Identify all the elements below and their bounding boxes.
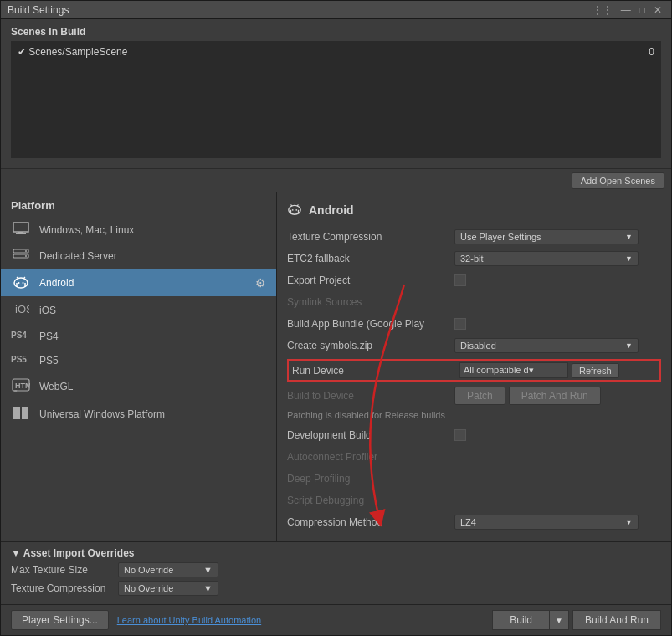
sidebar-item-windows[interactable]: Windows, Mac, Linux (1, 217, 276, 243)
sidebar-item-android[interactable]: Android ⚙ (1, 269, 276, 296)
close-button[interactable]: ✕ (651, 4, 664, 16)
build-buttons: Build ▼ Build And Run (492, 610, 661, 630)
sidebar-item-ps5[interactable]: PS5 PS5 (1, 348, 276, 372)
dropdown-arrow-2: ▼ (625, 254, 633, 263)
max-texture-size-dropdown[interactable]: No Override ▼ (118, 562, 218, 577)
svg-point-6 (25, 255, 27, 257)
build-dropdown-arrow[interactable]: ▼ (550, 610, 569, 630)
svg-rect-22 (13, 413, 20, 419)
maximize-button[interactable]: □ (637, 4, 648, 16)
sidebar-item-label-ios: iOS (39, 305, 266, 316)
compression-method-label: Compression Method (287, 516, 454, 528)
etc2-fallback-dropdown[interactable]: 32-bit ▼ (454, 251, 639, 266)
run-device-dropdown[interactable]: All compatible d▾ (459, 362, 568, 378)
export-project-control (454, 274, 661, 286)
run-device-label: Run Device (292, 365, 459, 377)
svg-text:PS4: PS4 (11, 331, 27, 340)
bottom-bar: Player Settings... Learn about Unity Bui… (1, 604, 671, 635)
run-device-value: All compatible d▾ (464, 365, 534, 376)
android-icon (11, 274, 31, 291)
scene-name: ✔ Scenes/SampleScene (18, 46, 127, 58)
patching-info-text: Patching is disabled for Release builds (287, 408, 661, 422)
learn-link[interactable]: Learn about Unity Build Automation (117, 615, 261, 625)
texture-compression-override-value: No Override (124, 583, 173, 593)
dropdown-arrow-6: ▼ (203, 583, 213, 593)
add-open-scenes-row: Add Open Scenes (1, 169, 671, 192)
dropdown-arrow-5: ▼ (203, 565, 213, 575)
scenes-list-area: ✔ Scenes/SampleScene 0 (11, 41, 661, 158)
texture-compression-dropdown[interactable]: Use Player Settings ▼ (454, 229, 639, 244)
sidebar-item-ios[interactable]: iOS iOS (1, 296, 276, 324)
svg-rect-1 (18, 232, 23, 233)
svg-rect-21 (22, 407, 28, 413)
build-button[interactable]: Build (492, 610, 550, 630)
create-symbols-row: Create symbols.zip Disabled ▼ (287, 337, 661, 354)
menu-icon[interactable]: ⋮⋮ (590, 4, 615, 16)
create-symbols-dropdown[interactable]: Disabled ▼ (454, 338, 639, 353)
export-project-checkbox[interactable] (454, 274, 466, 286)
scene-item[interactable]: ✔ Scenes/SampleScene 0 (18, 44, 654, 59)
build-app-bundle-checkbox[interactable] (454, 318, 466, 330)
player-settings-button[interactable]: Player Settings... (11, 610, 109, 630)
etc2-fallback-label: ETC2 fallback (287, 253, 454, 264)
patch-and-run-button[interactable]: Patch And Run (509, 387, 601, 405)
add-open-scenes-button[interactable]: Add Open Scenes (572, 172, 664, 189)
patch-button[interactable]: Patch (454, 387, 505, 405)
android-title-text: Android (309, 203, 354, 217)
build-app-bundle-control (454, 318, 661, 330)
autoconnect-profiler-row: Autoconnect Profiler (287, 449, 661, 465)
development-build-label: Development Build (287, 429, 454, 441)
ps5-icon: PS5 (11, 353, 31, 367)
create-symbols-value: Disabled (460, 341, 496, 351)
dropdown-arrow-3: ▼ (625, 341, 633, 350)
window-title: Build Settings (8, 4, 69, 16)
export-project-label: Export Project (287, 274, 454, 286)
refresh-button[interactable]: Refresh (572, 363, 619, 378)
etc2-fallback-value: 32-bit (460, 254, 484, 264)
sidebar-item-label-dedicated-server: Dedicated Server (39, 250, 266, 262)
texture-compression-label: Texture Compression (287, 231, 454, 243)
gear-icon[interactable]: ⚙ (255, 276, 266, 290)
platform-list: Windows, Mac, Linux Dedicated Server And… (1, 215, 276, 541)
minimize-button[interactable]: — (618, 4, 634, 16)
svg-point-5 (25, 250, 27, 252)
build-and-run-button[interactable]: Build And Run (572, 610, 661, 630)
monitor-icon (11, 222, 31, 238)
max-texture-size-row: Max Texture Size No Override ▼ (11, 562, 661, 577)
svg-point-11 (23, 282, 24, 284)
sidebar-item-webgl[interactable]: HTML5 WebGL (1, 372, 276, 400)
texture-compression-override-row: Texture Compression No Override ▼ (11, 581, 661, 596)
sidebar-item-label-uwp: Universal Windows Platform (39, 408, 266, 420)
run-device-row: Run Device All compatible d▾ Refresh (287, 359, 661, 382)
platform-title: Platform (1, 192, 276, 215)
svg-point-28 (295, 209, 297, 211)
development-build-control (454, 429, 661, 441)
texture-compression-row: Texture Compression Use Player Settings … (287, 228, 661, 245)
deep-profiling-label: Deep Profiling (287, 473, 454, 485)
sidebar-item-uwp[interactable]: Universal Windows Platform (1, 400, 276, 428)
sidebar-item-label-webgl: WebGL (39, 381, 266, 392)
build-to-device-buttons: Patch Patch And Run (454, 387, 601, 405)
symlink-sources-row: Symlink Sources (287, 294, 661, 310)
scenes-title: Scenes In Build (11, 26, 661, 38)
sidebar-item-label-android: Android (39, 277, 247, 289)
sidebar-item-label-windows: Windows, Mac, Linux (39, 224, 266, 236)
svg-rect-0 (13, 223, 28, 232)
max-texture-size-label: Max Texture Size (11, 564, 111, 576)
svg-rect-2 (16, 233, 26, 234)
development-build-checkbox[interactable] (454, 429, 466, 441)
svg-rect-23 (22, 413, 28, 419)
compression-method-dropdown[interactable]: LZ4 ▼ (454, 515, 639, 530)
build-app-bundle-label: Build App Bundle (Google Play (287, 318, 454, 330)
platform-panel: Platform Windows, Mac, Linux Dedicated S… (1, 192, 277, 541)
autoconnect-profiler-label: Autoconnect Profiler (287, 451, 454, 463)
sidebar-item-dedicated-server[interactable]: Dedicated Server (1, 243, 276, 269)
android-title-icon (287, 201, 302, 218)
android-settings-title: Android (287, 201, 661, 218)
texture-compression-override-dropdown[interactable]: No Override ▼ (118, 581, 218, 596)
sidebar-item-ps4[interactable]: PS4 PS4 (1, 324, 276, 348)
script-debugging-label: Script Debugging (287, 495, 454, 506)
compression-method-control: LZ4 ▼ (454, 515, 661, 530)
etc2-fallback-control: 32-bit ▼ (454, 251, 661, 266)
scenes-section: Scenes In Build ✔ Scenes/SampleScene 0 (1, 19, 671, 169)
